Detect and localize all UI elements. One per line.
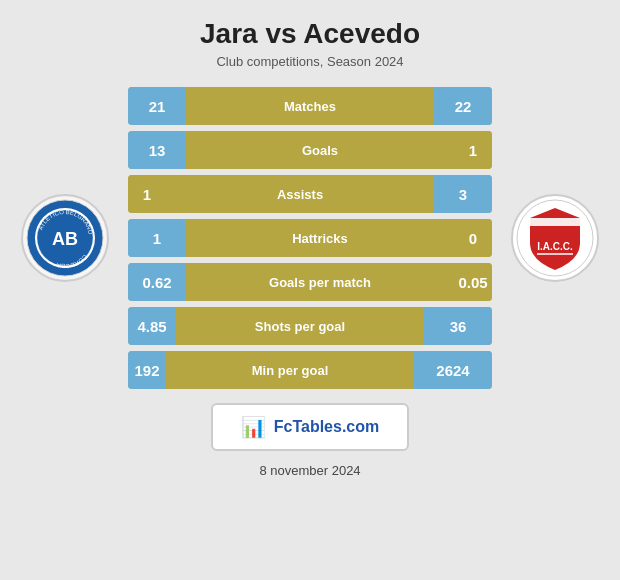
stat-right-min-per-goal: 2624 [414, 351, 492, 389]
logo-right: I.A.C.C. [500, 194, 610, 282]
stat-right-hattricks: 0 [454, 219, 492, 257]
stat-label-min-per-goal: Min per goal [166, 351, 414, 389]
stat-label-goals-per-match: Goals per match [186, 263, 454, 301]
stat-right-assists: 3 [434, 175, 492, 213]
stat-left-matches: 21 [128, 87, 186, 125]
page-title: Jara vs Acevedo [200, 18, 420, 50]
stat-label-shots-per-goal: Shots per goal [176, 307, 424, 345]
stat-left-shots-per-goal: 4.85 [128, 307, 176, 345]
stat-label-hattricks: Hattricks [186, 219, 454, 257]
stat-row-goals: 13Goals1 [128, 131, 492, 169]
stat-row-assists: 1Assists3 [128, 175, 492, 213]
main-content: AB ATLETICO BELGRANO CORDOBA 21Matches22… [0, 87, 620, 389]
fctables-icon: 📊 [241, 415, 266, 439]
date-footer: 8 november 2024 [259, 463, 360, 478]
stat-right-goals: 1 [454, 131, 492, 169]
logo-instituto: I.A.C.C. [511, 194, 599, 282]
stat-label-assists: Assists [166, 175, 434, 213]
stat-left-goals-per-match: 0.62 [128, 263, 186, 301]
stat-row-min-per-goal: 192Min per goal2624 [128, 351, 492, 389]
stat-right-matches: 22 [434, 87, 492, 125]
svg-text:I.A.C.C.: I.A.C.C. [537, 241, 573, 252]
stat-row-goals-per-match: 0.62Goals per match0.05 [128, 263, 492, 301]
stat-left-hattricks: 1 [128, 219, 186, 257]
fctables-badge: 📊 FcTables.com [211, 403, 410, 451]
logo-left: AB ATLETICO BELGRANO CORDOBA [10, 194, 120, 282]
stat-label-matches: Matches [186, 87, 434, 125]
subtitle: Club competitions, Season 2024 [216, 54, 403, 69]
stat-label-goals: Goals [186, 131, 454, 169]
stat-right-shots-per-goal: 36 [424, 307, 492, 345]
fctables-text: FcTables.com [274, 418, 380, 436]
stat-left-goals: 13 [128, 131, 186, 169]
stat-row-hattricks: 1Hattricks0 [128, 219, 492, 257]
stats-container: 21Matches2213Goals11Assists31Hattricks00… [128, 87, 492, 389]
stat-right-goals-per-match: 0.05 [454, 263, 492, 301]
svg-rect-8 [530, 218, 580, 226]
stat-row-matches: 21Matches22 [128, 87, 492, 125]
svg-text:AB: AB [52, 229, 78, 249]
stat-left-assists: 1 [128, 175, 166, 213]
stat-row-shots-per-goal: 4.85Shots per goal36 [128, 307, 492, 345]
stat-left-min-per-goal: 192 [128, 351, 166, 389]
logo-belgrano: AB ATLETICO BELGRANO CORDOBA [21, 194, 109, 282]
